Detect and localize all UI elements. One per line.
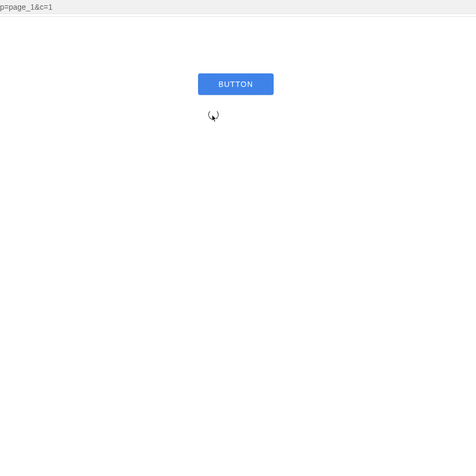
primary-button[interactable]: BUTTON (198, 73, 274, 95)
cursor-loading-icon (208, 110, 220, 121)
url-fragment: p=page_1&c=1 (0, 3, 52, 11)
spinner-circle-icon (208, 110, 219, 120)
browser-address-bar[interactable]: p=page_1&c=1 (0, 0, 476, 14)
cursor-arrow-icon (212, 115, 217, 123)
page-content: BUTTON (0, 17, 476, 476)
button-label: BUTTON (219, 80, 254, 89)
